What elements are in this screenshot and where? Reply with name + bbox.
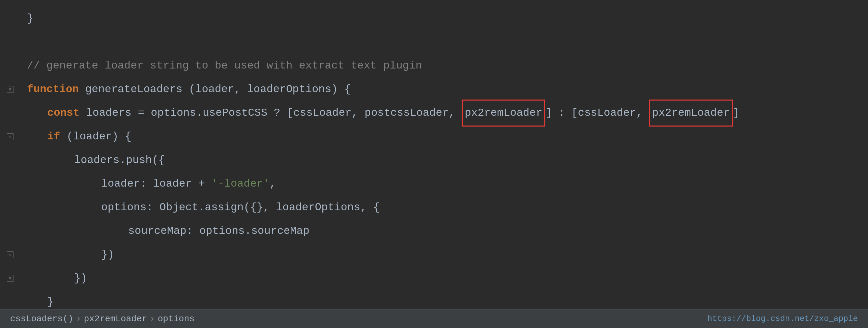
line-content-comment: // generate loader string to be used wit… — [20, 54, 868, 78]
line-content-loader-prop: loader: loader + '-loader', — [20, 172, 868, 196]
gutter-function: ▽ — [0, 86, 20, 93]
breadcrumb: cssLoaders() › px2remLoader › options — [10, 314, 195, 324]
breadcrumb-arrow-1: › — [76, 314, 81, 324]
code-line-empty-1 — [0, 30, 868, 42]
const-part2: ] : [cssLoader, — [545, 107, 649, 119]
line-content-close-push: }) — [20, 267, 868, 290]
loader-key: loader: loader + — [101, 177, 211, 190]
gutter-if: ▽ — [0, 133, 20, 140]
highlight-px2rem-2: px2remLoader — [649, 100, 733, 127]
keyword-const: const — [47, 107, 80, 119]
keyword-if: if — [47, 130, 60, 143]
code-area: } // generate loader string to be used w… — [0, 0, 868, 309]
editor-container: } // generate loader string to be used w… — [0, 0, 868, 328]
line-content-close-if: } — [20, 290, 868, 309]
line-content-if: if (loader) { — [20, 125, 868, 148]
line-content-options-prop: options: Object.assign({}, loaderOptions… — [20, 196, 868, 219]
const-part1: loaders = options.usePostCSS ? [cssLoade… — [86, 107, 462, 119]
line-content-function: function generateLoaders (loader, loader… — [20, 78, 868, 101]
function-signature: generateLoaders (loader, loaderOptions) … — [85, 83, 351, 95]
code-line-close-if: } — [0, 290, 868, 309]
gutter-close-options: ▽ — [0, 251, 20, 258]
code-line-loader-prop: loader: loader + '-loader', — [0, 172, 868, 196]
fold-icon-close-options[interactable]: ▽ — [7, 251, 13, 258]
code-line-sourcemap: sourceMap: options.sourceMap — [0, 219, 868, 243]
code-line-function: ▽ function generateLoaders (loader, load… — [0, 78, 868, 101]
fold-icon-close-push[interactable]: ▽ — [7, 275, 13, 282]
code-line-comment: // generate loader string to be used wit… — [0, 54, 868, 78]
code-line-close-options: ▽ }) — [0, 243, 868, 267]
code-line-1: } — [0, 7, 868, 30]
line-content-close-options: }) — [20, 243, 868, 267]
status-bar: cssLoaders() › px2remLoader › options ht… — [0, 309, 868, 328]
fold-icon-if[interactable]: ▽ — [7, 133, 13, 140]
line-content-sourcemap: sourceMap: options.sourceMap — [20, 219, 868, 243]
status-url: https://blog.csdn.net/zxo_apple — [707, 314, 858, 323]
loader-comma: , — [269, 177, 276, 190]
breadcrumb-item-2: px2remLoader — [84, 314, 147, 324]
gutter-close-push: ▽ — [0, 275, 20, 282]
const-part3: ] — [733, 107, 739, 119]
code-line-options-prop: options: Object.assign({}, loaderOptions… — [0, 196, 868, 219]
line-content-push: loaders.push({ — [20, 148, 868, 172]
fold-icon-function[interactable]: ▽ — [7, 86, 13, 93]
loader-string: '-loader' — [211, 177, 269, 190]
code-line-empty-2 — [0, 42, 868, 54]
line-content-1: } — [20, 7, 868, 30]
code-line-const: const loaders = options.usePostCSS ? [cs… — [0, 101, 868, 125]
code-line-close-push: ▽ }) — [0, 267, 868, 290]
highlight-px2rem-1: px2remLoader — [462, 100, 545, 127]
breadcrumb-item-1: cssLoaders() — [10, 314, 73, 324]
code-line-if: ▽ if (loader) { — [0, 125, 868, 148]
breadcrumb-item-3: options — [158, 314, 195, 324]
if-condition: (loader) { — [67, 130, 132, 143]
code-line-push: loaders.push({ — [0, 148, 868, 172]
keyword-function: function — [27, 83, 79, 95]
breadcrumb-arrow-2: › — [150, 314, 155, 324]
line-content-const: const loaders = options.usePostCSS ? [cs… — [20, 100, 868, 127]
